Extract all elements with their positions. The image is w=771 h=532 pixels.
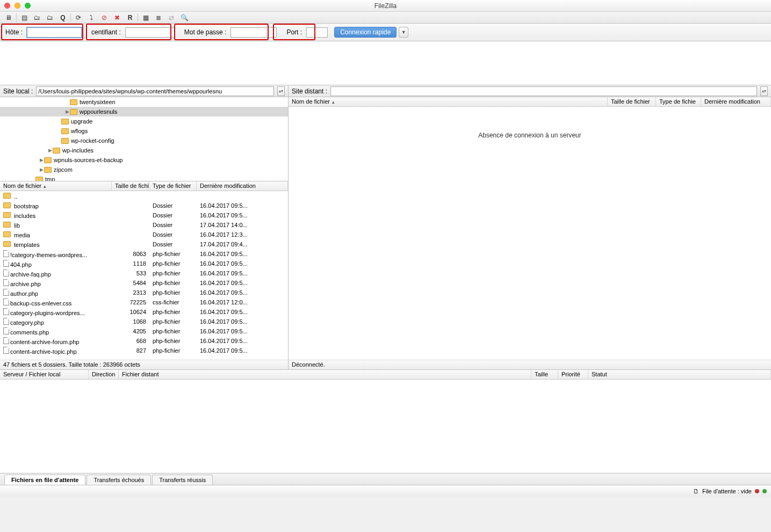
port-label: Port : — [284, 28, 304, 36]
window-titlebar: FileZilla — [0, 0, 771, 12]
quickconnect-history-dropdown[interactable]: ▼ — [399, 27, 408, 38]
toggle-localtree-icon[interactable]: 🗂 — [31, 13, 44, 23]
local-directory-tree[interactable]: twentysixteen▶wppourlesnulsupgradewflogs… — [0, 97, 288, 181]
tab-success[interactable]: Transferts réussis — [152, 475, 213, 485]
file-row[interactable]: archive.php5484php-fichier16.04.2017 09:… — [0, 278, 288, 288]
qcol-local[interactable]: Serveur / Fichier local — [0, 370, 89, 379]
tree-item[interactable]: ▶wppourlesnuls — [0, 107, 288, 116]
tree-item[interactable]: ▶wpnuls-sources-et-backup — [0, 155, 288, 165]
rcol-modified[interactable]: Dernière modification — [701, 97, 771, 106]
tab-failed[interactable]: Transferts échoués — [87, 475, 151, 485]
host-label: Hôte : — [3, 28, 25, 36]
quickconnect-bar: Hôte : centifiant : Mot de passe : Port … — [0, 24, 771, 41]
refresh-icon[interactable]: ⟳ — [72, 13, 85, 23]
file-row[interactable]: content-archive-forum.php668php-fichier1… — [0, 336, 288, 346]
remote-pane: Site distant : ▴▾ Nom de fichier Taille … — [289, 85, 771, 369]
tree-item[interactable]: ▶zipcom — [0, 165, 288, 174]
tree-item[interactable]: wp-rocket-config — [0, 136, 288, 145]
host-input[interactable] — [27, 27, 82, 38]
col-name[interactable]: Nom de fichier — [0, 181, 112, 191]
local-file-header[interactable]: Nom de fichier Taille de fichie Type de … — [0, 181, 288, 191]
toggle-log-icon[interactable]: ▤ — [18, 13, 31, 23]
reconnect-icon[interactable]: R — [124, 13, 136, 23]
col-type[interactable]: Type de fichier — [149, 181, 197, 191]
password-input[interactable] — [230, 27, 277, 38]
file-row[interactable]: backup-css-enlever.css72225css-fichier16… — [0, 297, 288, 307]
file-row[interactable]: mediaDossier16.04.2017 12:3... — [0, 230, 288, 239]
queue-status-text: File d'attente : vide — [702, 488, 752, 494]
tree-item[interactable]: twentysixteen — [0, 97, 288, 107]
remote-path-input[interactable] — [330, 86, 757, 96]
main-toolbar: 🖥 ▤ 🗂 🗂 Q ⟳ ⤵ ⊘ ✖ R ▦ ≣ ⇄ 🔍 — [0, 12, 771, 24]
rcol-type[interactable]: Type de fichie — [656, 97, 701, 106]
tree-item[interactable]: tmp — [0, 174, 288, 181]
username-label: centifiant : — [89, 28, 123, 36]
local-path-input[interactable] — [36, 86, 274, 96]
rcol-name[interactable]: Nom de fichier — [289, 97, 608, 106]
quickconnect-button[interactable]: Connexion rapide — [334, 27, 397, 38]
sync-icon[interactable]: ⇄ — [165, 13, 178, 23]
local-file-list[interactable]: ..bootstrapDossier16.04.2017 09:5...incl… — [0, 191, 288, 360]
username-input[interactable] — [125, 27, 175, 38]
tree-item[interactable]: upgrade — [0, 116, 288, 126]
qcol-size[interactable]: Taille — [531, 370, 558, 379]
search-icon[interactable]: 🔍 — [178, 13, 191, 23]
local-status: 47 fichiers et 5 dossiers. Taille totale… — [0, 360, 288, 369]
queue-header[interactable]: Serveur / Fichier local Direction Fichie… — [0, 370, 771, 380]
activity-dot-1 — [755, 489, 759, 493]
file-row[interactable]: includesDossier16.04.2017 09:5... — [0, 210, 288, 220]
col-size[interactable]: Taille de fichie — [112, 181, 149, 191]
tab-queued[interactable]: Fichiers en file d'attente — [4, 475, 85, 485]
local-site-label: Site local : — [3, 88, 33, 95]
file-row[interactable]: bootstrapDossier16.04.2017 09:5... — [0, 201, 288, 210]
qcol-direction[interactable]: Direction — [89, 370, 119, 379]
file-row[interactable]: author.php2313php-fichier16.04.2017 09:5… — [0, 288, 288, 297]
port-input[interactable] — [306, 27, 328, 38]
file-row[interactable]: templatesDossier17.04.2017 09:4... — [0, 239, 288, 249]
window-title: FileZilla — [0, 2, 771, 10]
toggle-remotetree-icon[interactable]: 🗂 — [44, 13, 56, 23]
file-row[interactable]: archive-faq.php533php-fichier16.04.2017 … — [0, 268, 288, 278]
compare-icon[interactable]: ≣ — [152, 13, 165, 23]
password-label: Mot de passe : — [182, 28, 229, 36]
file-row[interactable]: comments.php4205php-fichier16.04.2017 09… — [0, 326, 288, 336]
message-log[interactable] — [0, 41, 771, 85]
cancel-icon[interactable]: ⊘ — [98, 13, 111, 23]
local-pane: Site local : ▴▾ twentysixteen▶wppourlesn… — [0, 85, 289, 369]
queue-tabs: Fichiers en file d'attente Transferts éc… — [0, 473, 771, 485]
remote-site-label: Site distant : — [292, 88, 327, 95]
file-row[interactable]: !category-themes-wordpres...8063php-fich… — [0, 249, 288, 259]
qcol-remote[interactable]: Fichier distant — [119, 370, 531, 379]
activity-dot-2 — [762, 489, 767, 493]
queue-body[interactable] — [0, 380, 771, 473]
file-row[interactable]: content-archive-topic.php827php-fichier1… — [0, 346, 288, 355]
qcol-priority[interactable]: Priorité — [558, 370, 588, 379]
tree-item[interactable]: ▶wp-includes — [0, 145, 288, 155]
tree-item[interactable]: wflogs — [0, 126, 288, 136]
queue-indicator-icon: 🗋 — [693, 488, 699, 494]
remote-status: Déconnecté. — [289, 360, 771, 369]
transfer-queue: Serveur / Fichier local Direction Fichie… — [0, 370, 771, 473]
remote-file-header[interactable]: Nom de fichier Taille de fichier Type de… — [289, 97, 771, 107]
file-row[interactable]: libDossier17.04.2017 14:0... — [0, 220, 288, 230]
toggle-queue-icon[interactable]: Q — [56, 13, 69, 23]
col-modified[interactable]: Dernière modification — [197, 181, 288, 191]
remote-empty-message: Absence de connexion à un serveur — [289, 107, 771, 360]
file-row[interactable]: 404.php1118php-fichier16.04.2017 09:5... — [0, 259, 288, 268]
file-row[interactable]: .. — [0, 191, 288, 201]
file-row[interactable]: category.php1068php-fichier16.04.2017 09… — [0, 317, 288, 326]
disconnect-icon[interactable]: ✖ — [111, 13, 124, 23]
file-row[interactable]: category-plugins-wordpres...10624php-fic… — [0, 307, 288, 317]
process-queue-icon[interactable]: ⤵ — [85, 13, 98, 23]
local-path-stepper[interactable]: ▴▾ — [277, 86, 285, 96]
filter-icon[interactable]: ▦ — [139, 13, 152, 23]
sitemanager-icon[interactable]: 🖥 — [2, 13, 15, 23]
status-bar: 🗋 File d'attente : vide — [0, 485, 771, 497]
rcol-size[interactable]: Taille de fichier — [608, 97, 656, 106]
remote-path-stepper[interactable]: ▴▾ — [760, 86, 768, 96]
qcol-status[interactable]: Statut — [588, 370, 771, 379]
